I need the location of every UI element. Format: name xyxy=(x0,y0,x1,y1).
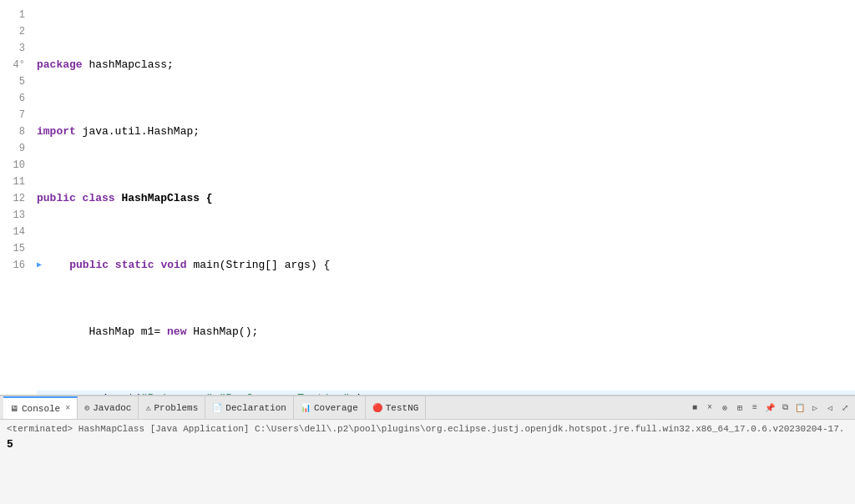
testng-tab-label: TestNG xyxy=(386,403,419,413)
prev-btn[interactable]: ◁ xyxy=(823,401,837,415)
kw-import: import xyxy=(37,123,83,140)
bookmark-4: ▶ xyxy=(37,257,42,274)
code-content[interactable]: package hashMapclass; import java.util.H… xyxy=(30,0,855,395)
ln-11: 11 xyxy=(5,174,25,190)
ln-2: 2 xyxy=(5,23,25,40)
pin-btn[interactable]: 📌 xyxy=(763,401,777,415)
ln-1: 1 xyxy=(5,7,25,23)
kw-static: static xyxy=(115,257,161,274)
kw-public-4: public xyxy=(69,257,115,274)
code-editor[interactable]: 1 2 3 4° 5 6 7 8 9 10 11 12 13 14 15 16 … xyxy=(0,0,855,396)
kw-new-5: new xyxy=(167,324,193,340)
console-icon: 🖥 xyxy=(10,404,18,414)
ln-13: 13 xyxy=(5,207,25,224)
console-result: 5 xyxy=(7,436,848,453)
tab-problems[interactable]: ⚠ Problems xyxy=(139,396,205,419)
stop-btn[interactable]: ■ xyxy=(688,401,701,415)
ln-4: 4° xyxy=(5,57,25,73)
ln-7: 7 xyxy=(5,107,25,123)
word-wrap-btn[interactable]: ≡ xyxy=(748,401,761,415)
close-console-btn[interactable]: × xyxy=(703,401,716,415)
kw-package: package xyxy=(37,57,89,73)
kw-void: void xyxy=(160,257,193,274)
code-line-2: import java.util.HashMap; xyxy=(37,123,855,140)
declaration-icon: 📄 xyxy=(212,403,222,413)
next-btn[interactable]: ▷ xyxy=(808,401,822,415)
problems-icon: ⚠ xyxy=(145,403,150,413)
coverage-icon: 📊 xyxy=(301,403,311,413)
scroll-lock-btn[interactable]: ⊞ xyxy=(733,401,746,415)
code-line-1: package hashMapclass; xyxy=(37,57,855,73)
paste-btn[interactable]: 📋 xyxy=(793,401,807,415)
kw-class: class xyxy=(83,190,122,207)
ln-16: 16 xyxy=(5,257,25,274)
tab-console[interactable]: 🖥 Console × xyxy=(3,396,78,419)
ln-12: 12 xyxy=(5,190,25,207)
tab-coverage[interactable]: 📊 Coverage xyxy=(294,396,366,419)
str-rajaraman: "Rajaraman" xyxy=(141,391,213,395)
clear-btn[interactable]: ⊗ xyxy=(718,401,731,415)
method-put-6: m1.put( xyxy=(95,391,141,395)
console-output-area: <terminated> HashMapClass [Java Applicat… xyxy=(0,420,855,504)
tab-declaration[interactable]: 📄 Declaration xyxy=(205,396,294,419)
str-performance: "PerformanceTesting" xyxy=(220,391,350,395)
console-toolbar: ■ × ⊗ ⊞ ≡ 📌 ⧉ 📋 ▷ ◁ ⤢ xyxy=(688,401,852,415)
expand-btn[interactable]: ⤢ xyxy=(838,401,852,415)
ln-14: 14 xyxy=(5,224,25,240)
kw-public-3: public xyxy=(37,190,83,207)
coverage-tab-label: Coverage xyxy=(314,403,358,413)
ln-9: 9 xyxy=(5,140,25,157)
tab-bar: 🖥 Console × ⊙ Javadoc ⚠ Problems 📄 Decla… xyxy=(0,396,855,420)
ln-8: 8 xyxy=(5,123,25,140)
code-line-5: HashMap m1= new HashMap(); xyxy=(37,324,855,340)
line-numbers: 1 2 3 4° 5 6 7 8 9 10 11 12 13 14 15 16 xyxy=(0,0,30,395)
testng-icon: 🔴 xyxy=(372,403,382,413)
declaration-tab-label: Declaration xyxy=(225,403,286,413)
terminated-line: <terminated> HashMapClass [Java Applicat… xyxy=(7,421,848,436)
javadoc-tab-label: Javadoc xyxy=(93,403,131,413)
copy-btn[interactable]: ⧉ xyxy=(778,401,792,415)
bookmark-6: ▶ xyxy=(37,391,42,395)
ln-15: 15 xyxy=(5,240,25,257)
ln-3: 3 xyxy=(5,40,25,57)
tab-javadoc[interactable]: ⊙ Javadoc xyxy=(78,396,139,419)
problems-tab-label: Problems xyxy=(154,403,199,413)
classname: HashMapClass { xyxy=(121,190,212,207)
tab-testng[interactable]: 🔴 TestNG xyxy=(366,396,427,419)
ln-5: 5 xyxy=(5,73,25,90)
javadoc-icon: ⊙ xyxy=(84,403,89,413)
code-line-3: public class HashMapClass { xyxy=(37,190,855,207)
horizontal-scrollbar[interactable] xyxy=(0,395,855,396)
ln-10: 10 xyxy=(5,157,25,174)
console-close-icon[interactable]: × xyxy=(65,404,70,413)
code-line-6: ▶ m1.put("Rajaraman","PerformanceTesting… xyxy=(37,391,855,395)
bottom-panel: 🖥 Console × ⊙ Javadoc ⚠ Problems 📄 Decla… xyxy=(0,396,855,504)
code-line-4: ▶ public static void main(String[] args)… xyxy=(37,257,855,274)
ln-6: 6 xyxy=(5,90,25,107)
console-tab-label: Console xyxy=(22,404,60,414)
